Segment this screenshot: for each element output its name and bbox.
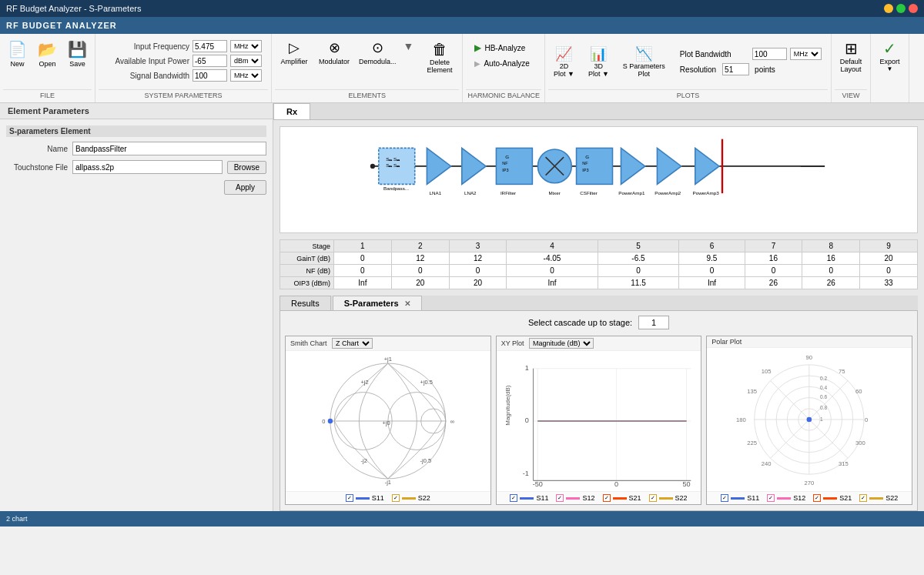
table-cell: 0 [598, 265, 679, 277]
xy-s21-item: ✓ S21 [603, 494, 641, 502]
xy-s21-checkbox[interactable]: ✓ [603, 494, 611, 502]
svg-text:Bandpass...: Bandpass... [383, 186, 409, 191]
new-button[interactable]: 📄 New [3, 37, 32, 71]
polar-s11-color [731, 497, 745, 500]
svg-text:105: 105 [762, 368, 772, 375]
svg-text:1: 1 [820, 416, 823, 422]
stage-selector-label: Select cascade up to stage: [528, 318, 632, 327]
table-cell: 20 [391, 277, 449, 289]
input-freq-input[interactable] [192, 40, 227, 52]
charts-row: Smith Chart Z Chart [285, 336, 912, 505]
stage-selector: Select cascade up to stage: [285, 316, 912, 329]
close-button[interactable] [909, 4, 918, 13]
elements-more-arrow[interactable]: ▼ [402, 37, 416, 55]
input-freq-unit-select[interactable]: MHz [230, 40, 262, 52]
svg-point-90 [807, 417, 812, 423]
stage-selector-input[interactable] [638, 316, 669, 329]
table-cell: 0 [679, 265, 745, 277]
demodulator-button[interactable]: ⊙ Demodula... [355, 37, 400, 68]
xy-s22-color [659, 497, 673, 500]
hb-play-icon: ▶ [474, 42, 481, 53]
amplifier-button[interactable]: ▷ Amplifier [275, 37, 313, 68]
xy-s11-checkbox[interactable]: ✓ [510, 494, 517, 502]
legend-s22-item: ✓ S22 [392, 494, 430, 502]
table-cell: 0 [391, 265, 449, 277]
delete-element-button[interactable]: 🗑 DeleteElement [420, 37, 459, 78]
s11-checkbox[interactable]: ✓ [346, 494, 353, 502]
browse-button[interactable]: Browse [227, 161, 266, 174]
table-cell: 26 [745, 277, 802, 289]
harmonic-balance-group: ▶ HB-Analyze ▶ Auto-Analyze HARMONIC BAL… [463, 34, 545, 102]
svg-text:90: 90 [806, 354, 813, 361]
svg-text:60: 60 [855, 388, 862, 395]
polar-plot-title: Polar Plot [707, 336, 912, 348]
window-controls[interactable] [884, 4, 918, 13]
export-button[interactable]: ✓ Export ▼ [874, 37, 905, 75]
avail-power-input[interactable] [192, 55, 227, 67]
input-freq-label: Input Frequency [105, 42, 189, 51]
export-icon: ✓ [883, 39, 896, 58]
table-cell: 33 [860, 277, 918, 289]
xy-s22-checkbox[interactable]: ✓ [649, 494, 657, 502]
xy-s11-item: ✓ S11 [510, 494, 548, 502]
xy-plot-title: XY Plot Magnitude (dB) [497, 336, 701, 351]
avail-power-unit-select[interactable]: dBm [230, 55, 262, 67]
hb-label: HARMONIC BALANCE [466, 89, 541, 101]
sig-bw-input[interactable] [192, 69, 227, 82]
results-tab[interactable]: Results [280, 296, 331, 310]
element-params-tab[interactable]: Element Parameters [0, 103, 273, 119]
bottom-area: Results S-Parameters ✕ Select cascade up… [280, 296, 918, 511]
svg-text:-j2: -j2 [361, 457, 367, 464]
save-button[interactable]: 💾 Save [63, 37, 92, 71]
s-parameters-tab-close[interactable]: ✕ [404, 299, 410, 308]
content-tabs: Rx [273, 103, 924, 120]
svg-marker-27 [657, 148, 681, 184]
xy-metric-select[interactable]: Magnitude (dB) [529, 338, 594, 349]
auto-analyze-button[interactable]: ▶ Auto-Analyze [469, 57, 534, 70]
polar-s12-color [777, 497, 791, 500]
rx-tab[interactable]: Rx [273, 103, 310, 119]
xy-s12-color [566, 497, 580, 500]
title-bar: RF Budget Analyzer - S-Parameters [0, 0, 924, 17]
bw-unit-select[interactable]: MHz [790, 48, 822, 60]
apply-button[interactable]: Apply [224, 180, 266, 195]
s11-color [356, 497, 370, 500]
main-layout: Element Parameters S-parameters Element … [0, 103, 924, 511]
minimize-button[interactable] [884, 4, 893, 13]
plot-3d-button[interactable]: 📊 3D Plot ▼ [583, 43, 614, 80]
table-cell: 20 [860, 252, 918, 265]
name-input[interactable] [72, 142, 266, 155]
bw-input[interactable] [752, 48, 787, 60]
s-params-plot-button[interactable]: 📉 S Parameters Plot [618, 43, 671, 80]
touchstone-row: Touchstone File Browse [6, 160, 266, 174]
resolution-input[interactable] [722, 63, 749, 75]
modulator-button[interactable]: ⊗ Modulator [315, 37, 353, 68]
svg-text:0: 0 [865, 416, 868, 423]
polar-plot-panel: Polar Plot [706, 336, 912, 505]
touchstone-label: Touchstone File [6, 163, 68, 172]
xy-s12-checkbox[interactable]: ✓ [556, 494, 564, 502]
block-diagram: S₁₁ S₁₂ S₂₁ S₂₂ Bandpass... LNA1 LNA2 G … [280, 126, 918, 233]
stage-5-header: 5 [598, 240, 679, 252]
open-button[interactable]: 📂 Open [33, 37, 62, 71]
maximize-button[interactable] [896, 4, 906, 13]
s-parameters-tab[interactable]: S-Parameters ✕ [333, 296, 422, 310]
default-layout-button[interactable]: ⊞ Default Layout [835, 37, 868, 75]
plot-2d-button[interactable]: 📈 2D Plot ▼ [548, 43, 580, 80]
polar-s11-checkbox[interactable]: ✓ [721, 494, 728, 502]
svg-text:+j1: +j1 [384, 356, 392, 363]
touchstone-input[interactable] [72, 160, 223, 174]
s-params-section-title: S-parameters Element [6, 125, 266, 137]
s22-checkbox[interactable]: ✓ [392, 494, 400, 502]
left-panel: Element Parameters S-parameters Element … [0, 103, 273, 511]
stage-2-header: 2 [391, 240, 449, 252]
polar-s21-checkbox[interactable]: ✓ [813, 494, 821, 502]
hb-analyze-button[interactable]: ▶ HB-Analyze [469, 40, 534, 55]
polar-s22-checkbox[interactable]: ✓ [859, 494, 867, 502]
sig-bw-unit-select[interactable]: MHz [230, 69, 262, 82]
svg-text:75: 75 [839, 368, 845, 375]
svg-text:50: 50 [682, 480, 690, 488]
polar-s12-checkbox[interactable]: ✓ [767, 494, 775, 502]
xy-s11-color [520, 497, 534, 500]
smith-chart-type-select[interactable]: Z Chart [332, 338, 373, 349]
